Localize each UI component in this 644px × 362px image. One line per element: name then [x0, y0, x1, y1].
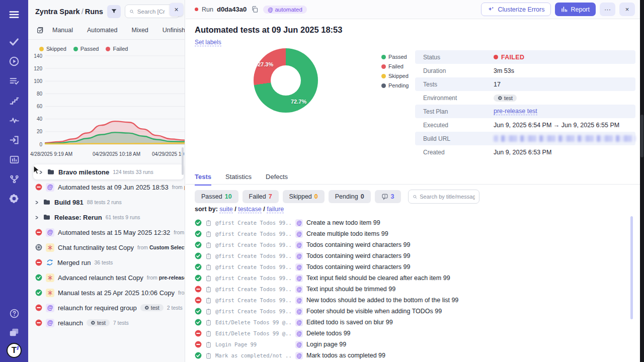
close-run-button[interactable]: × [619, 3, 635, 16]
x-tick: 04/29/2025 10:18 AM [93, 151, 140, 157]
test-row[interactable]: @first Create Todos 99... @ Footer shoul… [195, 306, 627, 317]
chevron-right-icon[interactable]: > [35, 199, 39, 206]
detail-label: Test Plan [423, 108, 494, 115]
svg-text:20: 20 [37, 129, 43, 134]
test-row[interactable]: @first Create Todos 99... @ Create a new… [195, 217, 627, 228]
test-row[interactable]: @first Create Todos 99... @ Todos contai… [195, 250, 627, 261]
status-failed-icon [35, 229, 42, 236]
steps-icon[interactable] [6, 92, 23, 109]
run-row[interactable]: @relaunch for required grouptest2 tests [28, 300, 185, 315]
chip-passed[interactable]: Passed 10 [195, 190, 238, 203]
test-row[interactable]: @first Create Todos 99... @ Text input s… [195, 284, 627, 295]
sort-failure-link[interactable]: failure [267, 206, 284, 213]
run-row[interactable]: @relaunchtest7 tests [28, 315, 185, 330]
test-row[interactable]: Edit/Delete Todos 99 @... @ Edited todo … [195, 317, 627, 328]
check-icon[interactable] [6, 33, 23, 50]
tab-mixed[interactable]: Mixed [124, 27, 155, 34]
help-icon[interactable] [6, 305, 23, 322]
test-plan-link[interactable]: pre-release test [494, 108, 537, 115]
run-row[interactable]: @Automated tests at 09 Jun 2025 18:53fro… [28, 179, 185, 195]
donut-passed-pct: 72.7% [291, 99, 306, 105]
set-labels-link[interactable]: Set labels [195, 39, 221, 46]
tests-search-input[interactable] [420, 194, 474, 200]
detail-label: Duration [423, 67, 494, 74]
tab-manual[interactable]: Manual [45, 27, 80, 34]
branch-icon[interactable] [6, 170, 23, 188]
menu-icon[interactable] [6, 6, 23, 23]
test-row[interactable]: Edit/Delete Todos 99 @... @ Delete todos… [195, 328, 627, 339]
chip-skipped[interactable]: Skipped 0 [283, 190, 325, 203]
select-runs-icon[interactable] [36, 26, 44, 34]
runs-panel-scrollbar[interactable] [182, 147, 184, 175]
chip-count: 7 [269, 193, 272, 200]
test-row[interactable]: @first Create Todos 99... @ Todos contai… [195, 261, 627, 273]
copy-run-id-button[interactable] [250, 5, 260, 14]
chip-comments[interactable]: 3 [375, 190, 401, 203]
chip-pending[interactable]: Pending 0 [329, 190, 371, 203]
run-folder-row[interactable]: >Build 98188 tests 2 runs [28, 195, 185, 210]
chevron-right-icon[interactable]: > [39, 168, 43, 175]
status-failed-icon [35, 304, 42, 311]
run-folder-row[interactable]: >Release: Rerun61 tests 9 runs [28, 210, 185, 225]
comment-icon [381, 193, 388, 200]
test-row[interactable]: @first Create Todos 99... @ New todos sh… [195, 295, 627, 306]
bar-chart-icon[interactable] [6, 151, 23, 168]
run-row[interactable]: Merged run36 tests [28, 255, 185, 270]
bar-chart-icon [561, 6, 568, 13]
status-failed-icon [35, 319, 42, 326]
tab-automated[interactable]: Automated [80, 27, 124, 34]
folder-meta: 124 tests 33 runs [113, 169, 153, 175]
test-suite: @first Create Todos 99... [215, 275, 292, 281]
gear-icon[interactable] [6, 190, 23, 207]
folder-icon [47, 168, 55, 176]
run-from: from plan 1: [174, 229, 185, 235]
test-row[interactable]: @first Create Todos 99... @ Create multi… [195, 228, 627, 239]
run-folder-row[interactable]: >Bravo milestone124 tests 33 runs [33, 164, 184, 179]
chip-failed[interactable]: Failed 7 [243, 190, 279, 203]
sign-in-icon[interactable] [6, 131, 23, 148]
detail-label: Created [423, 149, 494, 156]
svg-text:140: 140 [34, 53, 42, 59]
run-from: from pre-re [172, 184, 185, 190]
filter-button[interactable] [107, 5, 121, 18]
sort-suite-link[interactable]: suite [219, 206, 232, 213]
test-suite: Mark as completed/not ... [215, 352, 292, 358]
more-button[interactable]: ··· [600, 3, 615, 16]
sort-testcase-link[interactable]: testcase [238, 206, 262, 213]
test-row[interactable]: Login Page 99 @ Login page 99 [195, 339, 627, 350]
project-name: Zyntra Spark [35, 8, 80, 16]
test-row[interactable]: @first Create Todos 99... @ Text input f… [195, 273, 627, 284]
panel-close-button[interactable]: × [170, 3, 183, 16]
run-row[interactable]: Advanced relaunch test Copyfrom pre-rele… [28, 270, 185, 285]
chip-count: 0 [361, 193, 364, 200]
clusterize-errors-button[interactable]: Clusterize Errors [481, 3, 551, 16]
projects-icon[interactable] [6, 324, 23, 341]
legend-label: Passed [80, 46, 99, 52]
detail-label: Status [423, 54, 494, 61]
tests-scrollbar[interactable] [630, 216, 633, 319]
run-row[interactable]: Chat functinality test Copyfrom Custom S… [28, 240, 185, 255]
status-canceled-icon [35, 244, 42, 251]
app-logo[interactable]: T [7, 343, 22, 358]
tab-unfinished[interactable]: Unfinished [155, 27, 185, 34]
run-row[interactable]: @Automated tests at 15 May 2025 12:32fro… [28, 225, 185, 240]
chevron-right-icon[interactable]: > [35, 214, 39, 221]
chip-count: 3 [391, 193, 394, 200]
status-passed-icon [195, 219, 202, 226]
test-row[interactable]: @first Create Todos 99... @ Todos contai… [195, 239, 627, 250]
detail-row: Duration3m 53s [415, 64, 635, 77]
edge-scrollbar-thumb[interactable] [640, 115, 643, 157]
report-button[interactable]: Report [555, 3, 596, 16]
detail-row: Tests17 [415, 77, 635, 91]
run-title: Merged run [57, 259, 91, 266]
list-check-icon[interactable] [6, 72, 23, 89]
pulse-icon[interactable] [6, 112, 23, 129]
play-icon[interactable] [6, 53, 23, 70]
run-row[interactable]: Manual tests at 25 Apr 2025 10:06 Copyfr… [28, 285, 185, 300]
test-row[interactable]: Mark as completed/not ... @ Mark todos a… [195, 350, 627, 361]
folder-icon [43, 213, 51, 221]
run-meta: 36 tests [94, 259, 113, 265]
status-passed-icon [195, 230, 202, 237]
env-badge: test [140, 304, 164, 311]
tests-search [408, 190, 479, 204]
